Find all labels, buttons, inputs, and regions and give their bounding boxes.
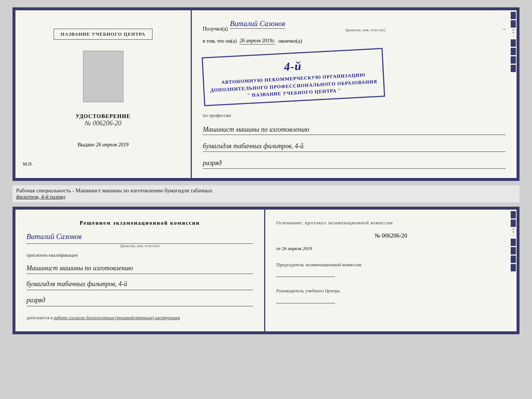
protocol-number: № 006206-20 — [276, 232, 506, 239]
deco-b2 — [511, 220, 516, 227]
bottom-left-panel: Решением экзаменационной комиссии Витали… — [15, 210, 265, 331]
cert-right-panel: Получил(а) Виталий Сазонов (фамилия, имя… — [192, 10, 517, 178]
recipient-name: Виталий Сазонов — [230, 19, 285, 29]
deco-b4 — [511, 247, 516, 254]
issued-date: 26 апреля 2019 — [96, 142, 128, 147]
date-prefix: от — [276, 246, 281, 251]
deco-b-arr: ← — [511, 234, 516, 238]
stamp-area: 4-й АВТОНОМНУЮ НЕКОММЕРЧЕСКУЮ ОРГАНИЗАЦИ… — [203, 53, 506, 101]
osnov-label: Основание: протокол экзаменационной коми… — [276, 220, 506, 226]
deco-text-i: и — [511, 29, 516, 31]
training-center-label: НАЗВАНИЕ УЧЕБНОГО ЦЕНТРА — [54, 29, 152, 40]
director-sign-line — [276, 296, 335, 303]
deco-text-a: а — [511, 32, 516, 33]
deco-6 — [511, 65, 516, 72]
bottom-right-deco: и а ← — [510, 210, 517, 331]
qualification-label: присвоена квалификация — [26, 252, 253, 258]
udost-block: УДОСТОВЕРЕНИЕ № 006206-20 — [76, 113, 131, 127]
issued-label: Выдано — [78, 142, 95, 147]
person-name-large: Виталий Сазонов — [26, 231, 253, 244]
profession-line3: разряд — [203, 158, 506, 169]
cert-left-panel: НАЗВАНИЕ УЧЕБНОГО ЦЕНТРА УДОСТОВЕРЕНИЕ №… — [15, 10, 192, 178]
chairman-label: Председатель экзаменационной комиссии — [276, 261, 506, 268]
caption-text2: фильтров, 4-й разряд — [16, 194, 65, 200]
caption-bar: Рабочая специальность - Машинист машины … — [12, 185, 520, 202]
qual-line1: Машинист машины по изготовлению — [26, 263, 253, 274]
bottom-right-panel: Основание: протокол экзаменационной коми… — [265, 210, 517, 331]
mp-label: М.П. — [23, 161, 33, 167]
udost-number: № 006206-20 — [76, 120, 131, 127]
right-deco: и а ← — [510, 10, 517, 178]
received-prefix: Получил(а) — [203, 26, 228, 32]
qual-line3: разряд — [26, 295, 253, 306]
chairman-section: Председатель экзаменационной комиссии — [276, 261, 506, 277]
dash-top: – — [503, 26, 506, 32]
deco-b6 — [511, 264, 516, 271]
recipient-block: Получил(а) Виталий Сазонов (фамилия, имя… — [203, 19, 506, 32]
chairman-sign-line — [276, 270, 335, 277]
date-block: в том, что он(а) 26 апреля 2019г. окончи… — [203, 38, 506, 44]
deco-b-i: и — [511, 228, 516, 230]
deco-b5 — [511, 256, 516, 263]
profession-line2: бумагидля табачных фильтров, 4-й — [203, 141, 506, 152]
deco-b-a: а — [511, 231, 516, 232]
protocol-date-block: от 26 апреля 2019 — [276, 246, 506, 252]
in-that-prefix: в том, что он(а) — [203, 38, 237, 44]
deco-b3 — [511, 239, 516, 246]
qual-line2: бумагидля табачных фильтров, 4-й — [26, 278, 253, 290]
deco-b1 — [511, 211, 516, 218]
deco-4 — [511, 48, 516, 55]
deco-5 — [511, 56, 516, 64]
director-label: Руководитель учебного Центра — [276, 287, 506, 295]
photo-placeholder — [83, 51, 123, 102]
udost-title: УДОСТОВЕРЕНИЕ — [76, 113, 131, 120]
date-value: 26 апреля 2019г. — [240, 38, 275, 44]
profession-line1: Машинист машины по изготовлению — [203, 124, 506, 135]
finished-label: окончил(а) — [278, 38, 302, 44]
issued-block: Выдано 26 апреля 2019 — [78, 142, 129, 148]
admission-block: допускается к работе согласно должностны… — [26, 314, 253, 321]
director-section: Руководитель учебного Центра — [276, 287, 506, 303]
deco-2 — [511, 20, 516, 28]
caption-text: Рабочая специальность - Машинист машины … — [16, 188, 212, 193]
deco-text-arr: ← — [511, 35, 516, 38]
person-name-block: Виталий Сазонов (фамилия, имя, отчество) — [26, 231, 253, 248]
deco-3 — [511, 39, 516, 47]
stamp-box: 4-й АВТОНОМНУЮ НЕКОММЕРЧЕСКУЮ ОРГАНИЗАЦИ… — [202, 48, 385, 106]
profession-label: по профессии — [203, 113, 506, 118]
person-name-hint: (фамилия, имя, отчество) — [26, 244, 253, 248]
admission-label: допускается к — [26, 315, 53, 320]
bottom-certificate-spread: Решением экзаменационной комиссии Витали… — [12, 207, 520, 334]
admission-value: работе согласно должностным (производств… — [54, 315, 180, 320]
deco-1 — [511, 12, 516, 19]
top-certificate-spread: НАЗВАНИЕ УЧЕБНОГО ЦЕНТРА УДОСТОВЕРЕНИЕ №… — [12, 7, 520, 181]
protocol-date-value: 26 апреля 2019 — [282, 246, 312, 251]
decision-header: Решением экзаменационной комиссии — [26, 220, 253, 226]
